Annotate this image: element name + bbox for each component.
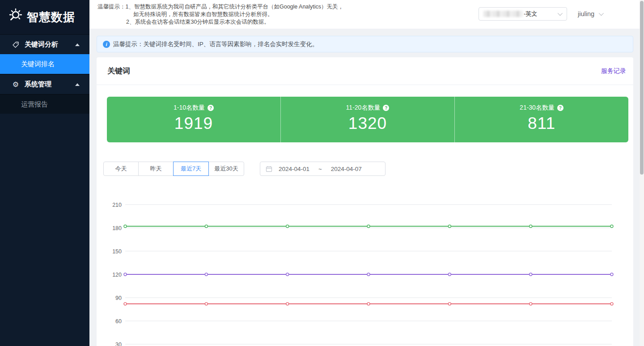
- date-range-start: 2024-04-01: [279, 166, 309, 172]
- gear-icon: ⚙: [12, 81, 20, 89]
- help-icon[interactable]: ?: [383, 105, 389, 111]
- site-select-value-suffix: -英文: [524, 10, 537, 18]
- stat-label: 21-30名数量: [520, 104, 555, 112]
- sidebar: 智慧数据 关键词分析 关键词排名 ⚙ 系统管理 运营报告: [0, 0, 89, 346]
- svg-text:150: 150: [112, 248, 122, 255]
- calendar-icon: [266, 166, 272, 172]
- page-title: 关键词: [107, 66, 130, 76]
- notice-line-2: 如无特殊说明，所有数据皆来自智慧数据统计分析所得。: [133, 11, 343, 18]
- help-icon[interactable]: ?: [208, 105, 214, 111]
- app-root: 智慧数据 关键词分析 关键词排名 ⚙ 系统管理 运营报告 温馨提: [0, 0, 644, 346]
- site-select-dropdown[interactable]: -英文: [479, 7, 567, 21]
- username: jiuling: [578, 10, 594, 17]
- filter-today-button[interactable]: 今天: [103, 162, 139, 176]
- vertical-scrollbar: [640, 0, 644, 346]
- stat-label: 11-20名数量: [346, 104, 381, 112]
- chevron-up-icon: [75, 83, 80, 86]
- service-records-link[interactable]: 服务记录: [601, 67, 626, 75]
- logo-sun-magnifier-icon: [6, 7, 23, 27]
- sidebar-item-keyword-analysis[interactable]: 关键词分析: [0, 34, 89, 54]
- svg-text:60: 60: [115, 318, 122, 325]
- stat-value: 1919: [107, 114, 280, 133]
- sidebar-item-label: 关键词分析: [25, 40, 58, 49]
- user-menu[interactable]: jiuling: [578, 7, 602, 21]
- stat-value: 1320: [281, 114, 454, 133]
- date-filter-row: 今天 昨天 最近7天 最近30天 2024-04-01: [103, 162, 244, 176]
- logo-text: 智慧数据: [27, 9, 75, 25]
- stat-value: 811: [455, 114, 628, 133]
- chart-container: 210180150120906030: [97, 197, 633, 346]
- date-preset-button-group: 今天 昨天 最近7天 最近30天: [103, 162, 244, 176]
- date-range-end: 2024-04-07: [331, 166, 362, 172]
- sidebar-item-label: 运营报告: [21, 100, 48, 109]
- alert-text: 温馨提示：关键词排名受时间、IP、语言等因素影响，排名会实时发生变化。: [113, 40, 318, 48]
- stat-label: 1-10名数量: [174, 104, 205, 112]
- sidebar-item-operation-report[interactable]: 运营报告: [0, 94, 89, 114]
- svg-text:30: 30: [115, 342, 122, 346]
- chevron-down-icon: [558, 11, 563, 16]
- sidebar-item-keyword-ranking[interactable]: 关键词排名: [0, 54, 89, 74]
- filter-last-30-days-button[interactable]: 最近30天: [208, 162, 244, 176]
- svg-text:210: 210: [112, 202, 122, 208]
- topbar: 温馨提示：1、智慧数据系统为我司自研产品，和其它统计分析类平台（如Google …: [89, 0, 644, 29]
- notice-line-1: 温馨提示：1、智慧数据系统为我司自研产品，和其它统计分析类平台（如Google …: [97, 3, 343, 11]
- date-range-picker[interactable]: 2024-04-01 ~ 2024-04-07: [260, 162, 386, 176]
- filter-last-7-days-button[interactable]: 最近7天: [173, 162, 209, 176]
- system-notice: 温馨提示：1、智慧数据系统为我司自研产品，和其它统计分析类平台（如Google …: [97, 3, 343, 26]
- sidebar-item-system-management[interactable]: ⚙ 系统管理: [0, 74, 89, 94]
- redacted-site-name: [483, 11, 523, 17]
- svg-text:90: 90: [115, 295, 122, 301]
- svg-text:180: 180: [112, 225, 122, 231]
- logo: 智慧数据: [0, 0, 89, 34]
- scrollbar-thumb[interactable]: [640, 1, 644, 175]
- sidebar-item-label: 系统管理: [25, 80, 51, 89]
- card-header: 关键词 服务记录: [97, 57, 633, 85]
- sidebar-item-label: 关键词排名: [21, 60, 55, 68]
- stat-rank-11-20: 11-20名数量 ? 1320: [280, 97, 454, 142]
- main-content: i 温馨提示：关键词排名受时间、IP、语言等因素影响，排名会实时发生变化。 关键…: [89, 29, 644, 346]
- tag-icon: [12, 41, 20, 49]
- date-range-separator: ~: [318, 166, 322, 172]
- keyword-card: 关键词 服务记录 1-10名数量 ? 1919 11-20名数量 ? 132: [97, 57, 633, 346]
- chevron-up-icon: [75, 43, 80, 46]
- rank-stats-banner: 1-10名数量 ? 1919 11-20名数量 ? 1320 21-30名数量: [107, 97, 628, 142]
- stat-rank-21-30: 21-30名数量 ? 811: [454, 97, 628, 142]
- info-icon: i: [103, 41, 110, 48]
- info-alert: i 温馨提示：关键词排名受时间、IP、语言等因素影响，排名会实时发生变化。: [97, 36, 633, 52]
- rank-trend-chart[interactable]: 210180150120906030: [97, 197, 633, 346]
- stat-rank-1-10: 1-10名数量 ? 1919: [107, 97, 280, 142]
- chevron-down-icon: [599, 11, 604, 16]
- svg-text:120: 120: [112, 272, 122, 278]
- filter-yesterday-button[interactable]: 昨天: [138, 162, 174, 176]
- notice-line-3: 2、系统会在访客会话结束30分钟后显示本次会话的数据。: [126, 18, 343, 26]
- help-icon[interactable]: ?: [557, 105, 564, 111]
